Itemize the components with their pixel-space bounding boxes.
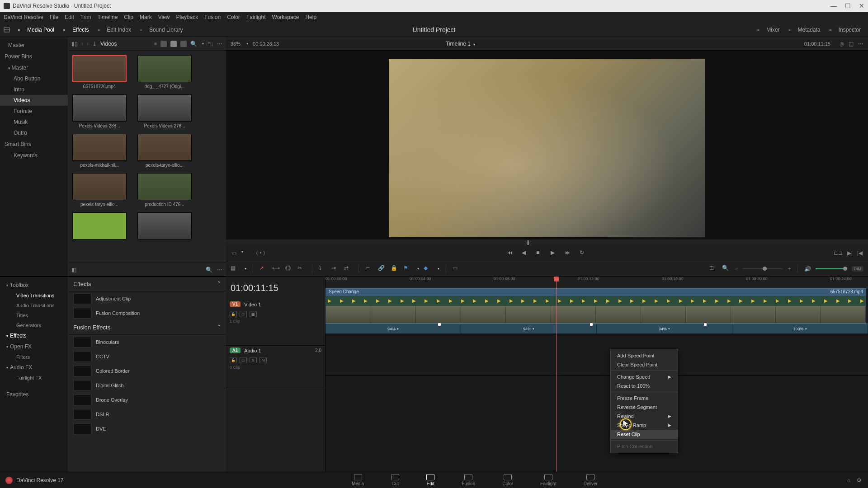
fx-nav-filters[interactable]: ▸Filters: [0, 352, 68, 362]
menu-file[interactable]: File: [50, 14, 58, 20]
speed-point[interactable]: [590, 323, 593, 326]
viewer-more-icon[interactable]: ⋯: [858, 41, 863, 47]
speed-segment[interactable]: 94%▾: [597, 324, 732, 333]
maximize-icon[interactable]: ☐: [845, 2, 851, 9]
single-dual-icon[interactable]: ◫: [849, 41, 854, 47]
nav-back-icon[interactable]: ‹: [81, 41, 83, 47]
view-list-icon[interactable]: [180, 41, 187, 47]
zoom-out-icon[interactable]: −: [735, 266, 738, 272]
smartbin-keywords[interactable]: Keywords: [0, 150, 68, 161]
viewer-mode-dropdown-icon[interactable]: ▾: [241, 250, 243, 256]
effects-button[interactable]: ▫Effects: [60, 25, 92, 34]
fx-nav-effects[interactable]: ▾Effects: [0, 330, 68, 341]
menu-fairlight[interactable]: Fairlight: [246, 14, 266, 20]
loop-icon[interactable]: ↻: [580, 249, 587, 257]
insert-icon[interactable]: ⤵: [319, 265, 327, 273]
menu-view[interactable]: View: [158, 14, 170, 20]
snap-icon[interactable]: ⊢: [365, 265, 373, 273]
menu-color[interactable]: Color: [227, 14, 240, 20]
edit-index-button[interactable]: ▫Edit Index: [94, 25, 135, 34]
fx-nav-open-fx[interactable]: ▾Open FX: [0, 341, 68, 352]
fx-nav-fairlight-fx[interactable]: ▸Fairlight FX: [0, 373, 68, 383]
fx-nav-video-transitions[interactable]: ▸Video Transitions: [0, 291, 68, 300]
media-clip[interactable]: Pexels Videos 288...: [72, 94, 127, 128]
bin-videos[interactable]: Videos: [0, 95, 68, 106]
timeline-ruler[interactable]: 01:00:00:0001:00:04:0001:00:08:0001:00:1…: [326, 277, 868, 288]
go-end-icon[interactable]: ⏭: [565, 249, 572, 257]
sort-icon[interactable]: ≡↓: [208, 41, 213, 47]
v1-track[interactable]: Speed Change 657518728.mp4 94%▾94%▾94%▾1…: [326, 288, 868, 334]
search-options-icon[interactable]: ▾: [202, 42, 204, 46]
bin-abo-button[interactable]: Abo Button: [0, 73, 68, 84]
track-mute-icon[interactable]: M: [259, 357, 267, 363]
track-lock-icon[interactable]: 🔒: [230, 357, 237, 363]
blade-tool-icon[interactable]: ✂: [297, 265, 306, 273]
mixer-button[interactable]: ▫Mixer: [754, 25, 783, 34]
page-color[interactable]: Color: [502, 474, 513, 486]
media-clip[interactable]: pexels-mikhail-nil...: [72, 134, 127, 168]
track-record-icon[interactable]: ▭: [240, 357, 247, 363]
bypass-fx-icon[interactable]: ◎: [840, 41, 844, 47]
match-frame-icon[interactable]: ⟨ • ⟩: [256, 250, 265, 256]
speed-segment[interactable]: 94%▾: [461, 324, 597, 333]
speed-point[interactable]: [438, 323, 441, 326]
effect-dslr[interactable]: DSLR: [68, 407, 226, 422]
view-thumb-icon[interactable]: [170, 41, 177, 47]
zoom-in-icon[interactable]: +: [788, 266, 791, 272]
ctx-reverse-segment[interactable]: Reverse Segment: [611, 403, 678, 412]
effect-drone-overlay[interactable]: Drone Overlay: [68, 393, 226, 407]
timeline-timecode[interactable]: 01:00:11:15: [226, 277, 325, 300]
effect-digital-glitch[interactable]: Digital Glitch: [68, 378, 226, 393]
close-icon[interactable]: ✕: [859, 2, 864, 9]
speed-segment[interactable]: 100%▾: [732, 324, 868, 333]
page-deliver[interactable]: Deliver: [584, 474, 598, 486]
menu-mark[interactable]: Mark: [140, 14, 152, 20]
bin-outro[interactable]: Outro: [0, 127, 68, 138]
metadata-button[interactable]: ▫Metadata: [785, 25, 824, 34]
track-lock-icon[interactable]: 🔒: [230, 311, 237, 317]
media-clip[interactable]: [137, 212, 192, 241]
timeline-zoom-slider[interactable]: [742, 268, 783, 269]
prev-marker-icon[interactable]: |◀: [857, 250, 863, 256]
bin-master[interactable]: Master: [0, 40, 68, 51]
fx-nav-toolbox[interactable]: ▾Toolbox: [0, 280, 68, 291]
sound-library-button[interactable]: ▫Sound Library: [137, 25, 187, 34]
timeline-view-dropdown-icon[interactable]: ▾: [245, 267, 246, 271]
import-icon[interactable]: ⤓: [92, 41, 97, 47]
play-reverse-icon[interactable]: ◀: [522, 249, 529, 257]
track-solo-icon[interactable]: S: [250, 357, 257, 363]
play-icon[interactable]: ▶: [551, 249, 558, 257]
search-icon[interactable]: 🔍: [206, 267, 212, 273]
zoom-detail-icon[interactable]: 🔍: [722, 265, 730, 273]
bin-fortnite[interactable]: Fortnite: [0, 106, 68, 117]
ctx-clear-speed-point[interactable]: Clear Speed Point: [611, 360, 678, 369]
dual-viewer-icon[interactable]: ◧: [71, 267, 76, 273]
search-icon[interactable]: 🔍: [190, 41, 197, 47]
volume-slider[interactable]: [816, 268, 847, 269]
ctx-speed-ramp[interactable]: Speed Ramp▶: [611, 421, 678, 430]
fx-nav-audio-fx[interactable]: ▾Audio FX: [0, 362, 68, 373]
menu-timeline[interactable]: Timeline: [97, 14, 118, 20]
menu-edit[interactable]: Edit: [65, 14, 74, 20]
v1-badge[interactable]: V1: [230, 301, 241, 307]
dim-badge[interactable]: DIM: [852, 266, 864, 272]
fx-nav-titles[interactable]: ▸Titles: [0, 310, 68, 320]
viewer[interactable]: [226, 51, 868, 245]
ctx-reset-clip[interactable]: Reset Clip: [611, 430, 678, 439]
effect-colored-border[interactable]: Colored Border: [68, 364, 226, 378]
effect-cctv[interactable]: CCTV: [68, 349, 226, 364]
minimize-icon[interactable]: —: [830, 2, 837, 9]
fx-nav-audio-transitions[interactable]: ▸Audio Transitions: [0, 300, 68, 310]
menu-davinci-resolve[interactable]: DaVinci Resolve: [4, 14, 43, 20]
volume-icon[interactable]: 🔊: [804, 266, 811, 272]
ctx-freeze-frame[interactable]: Freeze Frame: [611, 394, 678, 403]
viewer-zoom[interactable]: 36%: [231, 41, 241, 47]
layout-icon[interactable]: [4, 27, 10, 33]
next-marker-icon[interactable]: ▶|: [847, 250, 853, 256]
effect-adjustment-clip[interactable]: Adjustment Clip: [68, 291, 226, 306]
go-start-icon[interactable]: ⏮: [507, 249, 514, 257]
speed-point[interactable]: [703, 323, 707, 326]
effect-dve[interactable]: DVE: [68, 422, 226, 436]
fx-nav-generators[interactable]: ▸Generators: [0, 320, 68, 330]
menu-clip[interactable]: Clip: [124, 14, 133, 20]
